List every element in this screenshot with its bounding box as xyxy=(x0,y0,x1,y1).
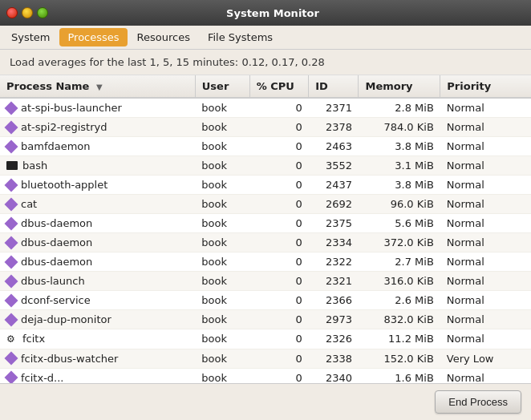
col-header-id[interactable]: ID xyxy=(309,75,359,98)
menu-item-resources[interactable]: Resources xyxy=(129,28,198,46)
process-priority: Normal xyxy=(440,272,531,291)
process-priority: Normal xyxy=(440,329,531,349)
load-averages-bar: Load averages for the last 1, 5, 15 minu… xyxy=(0,50,531,75)
process-user: book xyxy=(195,329,249,349)
menu-item-processes[interactable]: Processes xyxy=(59,28,127,46)
table-row[interactable]: catbook0269296.0 KiBNormal xyxy=(0,195,531,214)
table-row[interactable]: at-spi2-registrydbook02378784.0 KiBNorma… xyxy=(0,118,531,137)
maximize-button[interactable] xyxy=(37,7,48,18)
process-memory: 784.0 KiB xyxy=(359,118,440,137)
process-priority: Normal xyxy=(440,233,531,252)
process-memory: 3.8 MiB xyxy=(359,176,440,195)
diamond-icon xyxy=(5,139,18,153)
table-row[interactable]: dbus-launchbook02321316.0 KiBNormal xyxy=(0,272,531,291)
table-row[interactable]: dbus-daemonbook023755.6 MiBNormal xyxy=(0,214,531,233)
process-cpu: 0 xyxy=(249,137,309,156)
process-memory: 316.0 KiB xyxy=(359,272,440,291)
process-memory: 2.7 MiB xyxy=(359,252,440,272)
process-name: cat xyxy=(21,198,37,210)
table-row[interactable]: ⚙fcitxbook0232611.2 MiBNormal xyxy=(0,329,531,349)
process-cpu: 0 xyxy=(249,310,309,329)
process-cpu: 0 xyxy=(249,291,309,310)
process-memory: 1.6 MiB xyxy=(359,368,440,383)
table-row[interactable]: bluetooth-appletbook024373.8 MiBNormal xyxy=(0,176,531,195)
process-id: 3552 xyxy=(309,156,359,176)
process-memory: 3.8 MiB xyxy=(359,137,440,156)
minimize-button[interactable] xyxy=(22,7,33,18)
process-cpu: 0 xyxy=(249,252,309,272)
process-cpu: 0 xyxy=(249,272,309,291)
table-row[interactable]: dconf-servicebook023662.6 MiBNormal xyxy=(0,291,531,310)
process-priority: Normal xyxy=(440,252,531,272)
process-memory: 152.0 KiB xyxy=(359,349,440,368)
process-memory: 2.8 MiB xyxy=(359,98,440,118)
process-memory: 11.2 MiB xyxy=(359,329,440,349)
process-name: bluetooth-applet xyxy=(21,179,107,191)
window-title: System Monitor xyxy=(53,7,492,19)
process-name: dbus-daemon xyxy=(21,217,92,229)
process-id: 2366 xyxy=(309,291,359,310)
process-id: 2973 xyxy=(309,310,359,329)
process-cpu: 0 xyxy=(249,156,309,176)
process-name: fcitx xyxy=(22,333,45,345)
col-header-priority[interactable]: Priority xyxy=(440,75,531,98)
process-priority: Very Low xyxy=(440,349,531,368)
process-name: bash xyxy=(22,160,47,172)
process-priority: Normal xyxy=(440,156,531,176)
process-name: dbus-daemon xyxy=(21,256,92,268)
diamond-icon xyxy=(5,293,18,307)
menu-item-system[interactable]: System xyxy=(3,28,58,46)
process-memory: 5.6 MiB xyxy=(359,214,440,233)
col-header-user[interactable]: User xyxy=(195,75,249,98)
process-name: at-spi2-registryd xyxy=(21,121,107,133)
process-user: book xyxy=(195,195,249,214)
table-row[interactable]: dbus-daemonbook023222.7 MiBNormal xyxy=(0,252,531,272)
process-user: book xyxy=(195,156,249,176)
diamond-icon xyxy=(5,236,18,249)
load-averages-text: Load averages for the last 1, 5, 15 minu… xyxy=(10,56,325,68)
table-row[interactable]: deja-dup-monitorbook02973832.0 KiBNormal xyxy=(0,310,531,329)
diamond-icon xyxy=(5,197,18,211)
footer: End Process xyxy=(0,383,531,420)
process-id: 2326 xyxy=(309,329,359,349)
cog-icon: ⚙ xyxy=(6,333,18,345)
process-user: book xyxy=(195,118,249,137)
table-row[interactable]: dbus-daemonbook02334372.0 KiBNormal xyxy=(0,233,531,252)
process-priority: Normal xyxy=(440,368,531,383)
menu-item-file-systems[interactable]: File Systems xyxy=(200,28,281,46)
table-row[interactable]: bashbook035523.1 MiBNormal xyxy=(0,156,531,176)
process-id: 2338 xyxy=(309,349,359,368)
process-table: Process Name ▼ User % CPU ID xyxy=(0,75,531,383)
table-row[interactable]: bamfdaemonbook024633.8 MiBNormal xyxy=(0,137,531,156)
process-priority: Normal xyxy=(440,98,531,118)
diamond-icon xyxy=(5,255,18,269)
process-name: deja-dup-monitor xyxy=(21,313,111,325)
process-cpu: 0 xyxy=(249,98,309,118)
col-header-memory[interactable]: Memory xyxy=(359,75,440,98)
process-user: book xyxy=(195,137,249,156)
process-cpu: 0 xyxy=(249,233,309,252)
col-header-cpu[interactable]: % CPU xyxy=(249,75,309,98)
process-user: book xyxy=(195,272,249,291)
process-name: fcitx-dbus-watcher xyxy=(21,353,118,365)
col-header-name[interactable]: Process Name ▼ xyxy=(0,75,195,98)
process-user: book xyxy=(195,291,249,310)
process-id: 2378 xyxy=(309,118,359,137)
process-cpu: 0 xyxy=(249,329,309,349)
close-button[interactable] xyxy=(6,7,18,18)
process-table-scroll[interactable]: Process Name ▼ User % CPU ID xyxy=(0,75,531,383)
process-name: dbus-daemon xyxy=(21,236,92,248)
process-user: book xyxy=(195,233,249,252)
table-row[interactable]: fcitx-d...book023401.6 MiBNormal xyxy=(0,368,531,383)
table-row[interactable]: at-spi-bus-launcherbook023712.8 MiBNorma… xyxy=(0,98,531,118)
process-priority: Normal xyxy=(440,137,531,156)
window-controls xyxy=(6,7,48,18)
process-cpu: 0 xyxy=(249,195,309,214)
process-id: 2322 xyxy=(309,252,359,272)
end-process-button[interactable]: End Process xyxy=(435,390,521,414)
process-user: book xyxy=(195,252,249,272)
process-cpu: 0 xyxy=(249,349,309,368)
process-id: 2321 xyxy=(309,272,359,291)
process-memory: 96.0 KiB xyxy=(359,195,440,214)
table-row[interactable]: fcitx-dbus-watcherbook02338152.0 KiBVery… xyxy=(0,349,531,368)
